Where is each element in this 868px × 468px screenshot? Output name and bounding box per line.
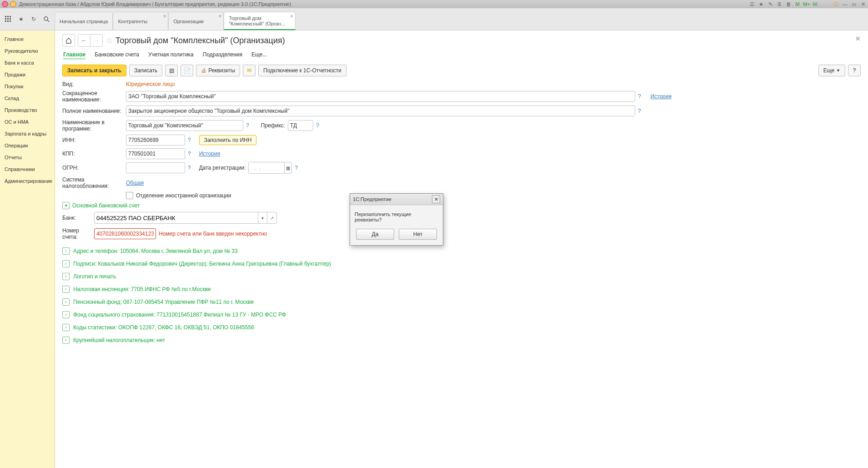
help-icon[interactable]: ? (638, 93, 641, 100)
more-button[interactable]: Еще ▼ (818, 65, 845, 76)
ogrn-input[interactable] (126, 162, 185, 173)
section-tab-departments[interactable]: Подразделения (203, 51, 242, 59)
help-icon[interactable]: ? (295, 165, 298, 171)
help-icon[interactable]: ? (246, 122, 249, 129)
full-name-input[interactable] (126, 106, 635, 116)
back-button[interactable]: ← (78, 35, 90, 46)
fill-by-inn-button[interactable]: Заполнить по ИНН (199, 135, 257, 145)
short-name-input[interactable] (126, 91, 635, 102)
home-button[interactable] (62, 34, 75, 47)
history-icon[interactable]: ↻ (29, 15, 38, 24)
sidebar-item[interactable]: Производство (0, 104, 55, 116)
reg-date-input[interactable] (249, 162, 284, 173)
sys-icon[interactable]: M- (813, 1, 819, 7)
close-tab-icon[interactable]: × (290, 13, 293, 20)
expand-toggle[interactable]: › (62, 260, 70, 267)
expand-toggle[interactable]: › (62, 298, 70, 306)
main-bank-section[interactable]: Основной банковский счет (72, 202, 140, 209)
search-icon[interactable] (42, 15, 51, 24)
expand-toggle[interactable]: › (62, 324, 70, 331)
expandable-link[interactable]: Коды статистики: ОКОПФ 12267, ОКФС 16, О… (73, 324, 254, 331)
inn-input[interactable] (126, 135, 185, 146)
expand-toggle[interactable]: › (62, 273, 70, 280)
account-input[interactable] (94, 228, 156, 239)
save-button[interactable]: Записать (129, 65, 162, 76)
expandable-link[interactable]: Пенсионный фонд: 087-107-085454 Управлен… (73, 299, 254, 305)
sidebar-item[interactable]: Главное (0, 33, 55, 45)
help-icon[interactable]: ? (188, 165, 191, 171)
close-page-icon[interactable]: ✕ (855, 35, 861, 42)
sidebar-item[interactable]: Склад (0, 92, 55, 104)
calendar-icon[interactable]: ▦ (284, 162, 291, 173)
favorite-star-icon[interactable]: ☆ (105, 35, 113, 45)
close-icon[interactable]: ✕ (860, 1, 866, 7)
sidebar-item[interactable]: Покупки (0, 81, 55, 92)
sidebar-item[interactable]: Справочники (0, 163, 55, 175)
sidebar-item[interactable]: Банк и касса (0, 57, 55, 69)
sys-icon[interactable]: 🗑 (785, 1, 792, 7)
sidebar-item[interactable]: Руководителю (0, 45, 55, 57)
expandable-link[interactable]: Фонд социального страхования: 7713100154… (73, 312, 286, 318)
help-icon[interactable]: ? (188, 137, 191, 143)
forward-button[interactable]: → (90, 35, 102, 46)
sidebar-item[interactable]: Администрирование (0, 175, 55, 187)
help-icon[interactable]: ? (316, 122, 319, 129)
rekvizity-button[interactable]: 🖨Реквизиты (196, 65, 240, 76)
section-tab-more[interactable]: Еще... (251, 51, 267, 59)
apps-icon[interactable] (4, 15, 13, 24)
close-tab-icon[interactable]: × (218, 13, 221, 20)
help-button[interactable]: ? (848, 65, 861, 76)
connect-1c-button[interactable]: Подключение к 1С-Отчетности (258, 65, 346, 76)
section-tab-bank-accounts[interactable]: Банковские счета (95, 51, 139, 59)
sidebar-item[interactable]: ОС и НМА (0, 116, 55, 128)
info-icon[interactable]: ⓘ (833, 1, 839, 7)
tax-system-link[interactable]: Общая (126, 180, 144, 186)
save-close-button[interactable]: Записать и закрыть (62, 65, 126, 76)
expand-toggle[interactable]: › (62, 311, 70, 318)
minimize-icon[interactable]: — (842, 1, 848, 7)
section-tab-main[interactable]: Главное (63, 51, 85, 59)
expand-toggle[interactable]: › (62, 337, 70, 344)
sys-icon[interactable]: M+ (803, 1, 810, 7)
close-tab-icon[interactable]: × (163, 13, 166, 20)
sidebar-item[interactable]: Продажи (0, 69, 55, 81)
tab-kontragenty[interactable]: Контрагенты× (113, 12, 168, 30)
expandable-link[interactable]: Адрес и телефон: 105064, Москва г, Земля… (73, 248, 238, 254)
dropdown-icon[interactable]: ▾ (258, 212, 267, 223)
dialog-no-button[interactable]: Нет (399, 229, 437, 240)
kpp-history-link[interactable]: История (199, 151, 221, 157)
prefix-input[interactable] (288, 120, 313, 131)
open-icon[interactable]: ↗ (267, 212, 276, 223)
sys-icon[interactable]: M (794, 1, 801, 7)
expandable-link[interactable]: Логотип и печать (73, 273, 116, 280)
sidebar-item[interactable]: Операции (0, 140, 55, 151)
kpp-input[interactable] (126, 148, 185, 159)
dialog-yes-button[interactable]: Да (356, 229, 394, 240)
help-icon[interactable]: ? (188, 151, 191, 157)
sys-icon[interactable]: 🗓 (776, 1, 783, 7)
section-tab-accounting-policy[interactable]: Учетная политика (148, 51, 194, 59)
history-link[interactable]: История (650, 93, 672, 100)
maximize-icon[interactable]: ▭ (851, 1, 857, 7)
help-icon[interactable]: ? (638, 108, 641, 114)
tab-torgovy-dom[interactable]: Торговый дом "Комплексный" (Орган... × (224, 12, 295, 30)
dialog-close-icon[interactable]: ✕ (432, 195, 440, 203)
expand-toggle[interactable]: › (62, 286, 70, 293)
envelope-icon[interactable]: ✉ (243, 65, 256, 76)
sys-icon[interactable]: ★ (758, 1, 764, 7)
expandable-link[interactable]: Подписи: Ковальков Николай Федорович (Ди… (73, 261, 331, 267)
expand-toggle[interactable]: ▾ (62, 202, 70, 209)
sys-icon[interactable]: ✎ (767, 1, 773, 7)
expandable-link[interactable]: Крупнейший налогоплательщик: нет (73, 337, 165, 343)
sidebar-item[interactable]: Отчеты (0, 151, 55, 163)
sys-icon[interactable]: ☰ (749, 1, 755, 7)
bank-input[interactable] (95, 212, 258, 223)
tab-organizacii[interactable]: Организации× (168, 12, 224, 30)
expandable-link[interactable]: Налоговая инспекция: 7705 ИФНС РФ №5 по … (73, 286, 211, 292)
prog-name-input[interactable] (126, 120, 243, 131)
tab-home[interactable]: Начальная страница (55, 12, 113, 30)
foreign-checkbox[interactable] (126, 192, 133, 199)
favorite-icon[interactable]: ★ (16, 15, 25, 24)
list-view-icon[interactable]: ▤ (165, 65, 178, 76)
sidebar-item[interactable]: Зарплата и кадры (0, 128, 55, 140)
